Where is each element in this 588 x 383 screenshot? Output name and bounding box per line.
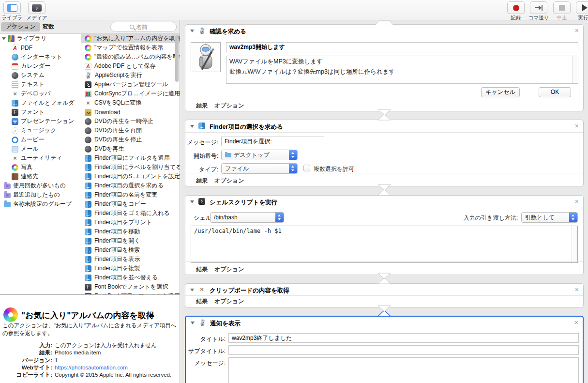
block-header[interactable]: 通知を表示 × (186, 317, 583, 329)
sidebar-item[interactable]: ミュージック (0, 126, 81, 135)
sidebar-item[interactable]: 名称未設定のグループ (0, 199, 81, 209)
action-block-display-notification[interactable]: 通知を表示 × タイトル: サブタイトル: メッセージ: (185, 316, 584, 383)
step-button[interactable] (530, 1, 547, 14)
action-list-item[interactable]: Download (81, 107, 180, 117)
action-list-item[interactable]: DVDの再生を再開 (81, 126, 180, 135)
results-link[interactable]: 結果 (196, 265, 208, 274)
sidebar-item[interactable]: 最近追加したもの (0, 190, 81, 199)
action-list-item[interactable]: DVDの再生を停止 (81, 135, 180, 144)
sidebar-item[interactable]: システム (0, 71, 81, 80)
action-block-get-clipboard[interactable]: クリップボードの内容を取得 × 結果 オプション (185, 283, 584, 307)
options-link[interactable]: オプション (214, 265, 244, 274)
tab-variables[interactable]: 変数 (43, 22, 54, 31)
ok-button[interactable]: OK (539, 87, 571, 97)
sidebar-item[interactable]: 写真 (0, 163, 81, 172)
results-link[interactable]: 結果 (196, 102, 208, 110)
close-icon[interactable]: × (575, 286, 579, 293)
sidebar-item[interactable]: インターネット (0, 52, 81, 61)
type-popup[interactable]: ファイル (221, 163, 298, 174)
action-list-item[interactable]: Finder項目をプリント (81, 218, 180, 227)
action-list-item[interactable]: Finder項目を複製 (81, 264, 180, 273)
options-link[interactable]: オプション (214, 177, 244, 185)
sidebar-item[interactable]: ファイルとフォルダ (0, 98, 81, 107)
close-icon[interactable]: × (575, 122, 579, 130)
options-link[interactable]: オプション (214, 297, 244, 306)
action-block-ask-for-finder-items[interactable]: Finder項目の選択を求める × メッセージ: 開始番号: デスクトップ タイ… (185, 120, 584, 186)
action-list-item[interactable]: DVDを再生 (81, 144, 180, 153)
disclosure-triangle-icon[interactable] (190, 200, 194, 203)
notification-title-input[interactable] (228, 333, 579, 343)
action-list-item[interactable]: Font Bookでフォントを選択 (81, 282, 180, 291)
sidebar-item[interactable]: PDF (0, 43, 81, 52)
action-list-item[interactable]: "お気に入り"ア…ムの内容を取得 (81, 34, 180, 43)
sidebar-item[interactable]: 使用回数が多いもの (0, 181, 81, 190)
action-list-item[interactable]: Finder項目にラベルを割り当てる (81, 163, 180, 172)
options-link[interactable]: オプション (214, 102, 244, 110)
website-link[interactable]: https://photosautomation.com (55, 365, 128, 370)
sidebar-item[interactable]: ライブラリ (0, 34, 81, 43)
shell-popup[interactable]: /bin/bash (210, 212, 284, 223)
disclosure-triangle-icon[interactable] (2, 37, 6, 40)
sidebar-item[interactable]: ユーティリティ (0, 153, 81, 163)
prompt-message-input[interactable] (221, 137, 324, 146)
action-list-item[interactable]: Finder項目をコピー (81, 199, 180, 209)
record-button[interactable] (507, 1, 525, 14)
results-link[interactable]: 結果 (196, 297, 208, 306)
sidebar-item[interactable]: 連絡先 (0, 172, 81, 181)
cancel-button[interactable]: キャンセル (481, 87, 520, 97)
close-icon[interactable]: × (575, 27, 579, 34)
action-block-ask-confirmation[interactable]: 確認を求める × WAVファイルをMP3に変換します 変換元WAVファイルは？変… (185, 24, 584, 111)
close-icon[interactable]: × (575, 198, 579, 205)
close-icon[interactable]: × (574, 319, 578, 326)
sidebar-item[interactable]: プレゼンテーション (0, 117, 81, 126)
sidebar-item[interactable]: デベロッパ (0, 89, 81, 98)
action-list-item[interactable]: Finder項目の名前を変更 (81, 190, 180, 199)
confirmation-title-input[interactable] (226, 42, 578, 52)
media-button[interactable] (28, 1, 45, 14)
notification-message-input[interactable] (228, 357, 579, 383)
action-list-item[interactable]: "マップ"で位置情報を表示 (81, 43, 180, 52)
search-field[interactable] (110, 22, 177, 32)
action-list-item[interactable]: Finder項目を検索 (81, 245, 180, 255)
disclosure-triangle-icon[interactable] (191, 322, 195, 324)
action-list-item[interactable]: Finder項目を移動 (81, 227, 180, 236)
block-header[interactable]: シェルスクリプトを実行 × (185, 196, 583, 208)
results-link[interactable]: 結果 (196, 177, 208, 185)
action-list-item[interactable]: Finder項目にフィルタを適用 (81, 153, 180, 163)
action-list-item[interactable]: Finder項目を開く (81, 236, 180, 245)
action-list-item[interactable]: DVDの再生を一時停止 (81, 117, 180, 126)
sidebar-item[interactable]: ムービー (0, 135, 81, 144)
action-list-item[interactable]: Finder項目をゴミ箱に入れる (81, 209, 180, 218)
shell-script-editor[interactable]: /usr/local/bin/lame -h $1 (191, 226, 578, 263)
library-toggle-button[interactable] (3, 1, 21, 14)
confirmation-message-input[interactable]: WAVファイルをMP3に変換します 変換元WAVファイルは？変換先mp3は同じ場… (226, 56, 578, 84)
action-list-item[interactable]: Appleバージョン管理ツール (81, 80, 180, 89)
pass-input-popup[interactable]: 引数として (521, 212, 578, 223)
start-at-popup[interactable]: デスクトップ (221, 150, 298, 160)
sidebar-item[interactable]: フォント (0, 107, 81, 117)
action-list-item[interactable]: Adobe PDF として保存 (81, 61, 180, 71)
disclosure-triangle-icon[interactable] (190, 289, 194, 291)
sidebar-item[interactable]: テキスト (0, 80, 81, 89)
run-button[interactable] (576, 1, 588, 14)
allow-multiple-checkbox[interactable] (303, 165, 310, 171)
action-list-item[interactable]: ColorSyncプロ…イメージに適用 (81, 89, 180, 98)
action-list-item[interactable]: Finder項目を並べ替える (81, 273, 180, 282)
action-list-item[interactable]: AppleScriptを実行 (81, 71, 180, 80)
block-header[interactable]: 確認を求める × (185, 25, 583, 37)
action-list-item[interactable]: Finder項目のS...tコメントを設定 (81, 172, 180, 181)
action-list-item[interactable]: "最後の読み込…バムの内容を取得 (81, 52, 180, 61)
sidebar-item[interactable]: カレンダー (0, 61, 81, 71)
action-list-item[interactable]: Finder項目の選択を求める (81, 181, 180, 190)
block-header[interactable]: Finder項目の選択を求める × (185, 120, 583, 133)
sidebar-item[interactable]: メール (0, 144, 81, 153)
stop-button[interactable] (553, 1, 571, 14)
notification-subtitle-input[interactable] (228, 345, 579, 355)
action-block-run-shell-script[interactable]: シェルスクリプトを実行 × シェル: /bin/bash 入力の引き渡し方法: … (185, 195, 584, 275)
scrollbar-thumb[interactable] (175, 35, 179, 82)
action-list-item[interactable]: Finder項目を表示 (81, 255, 180, 264)
disclosure-triangle-icon[interactable] (190, 125, 194, 128)
search-input[interactable] (136, 24, 157, 31)
disclosure-triangle-icon[interactable] (190, 30, 194, 32)
action-list-item[interactable]: CSVをSQLに変換 (81, 98, 180, 107)
